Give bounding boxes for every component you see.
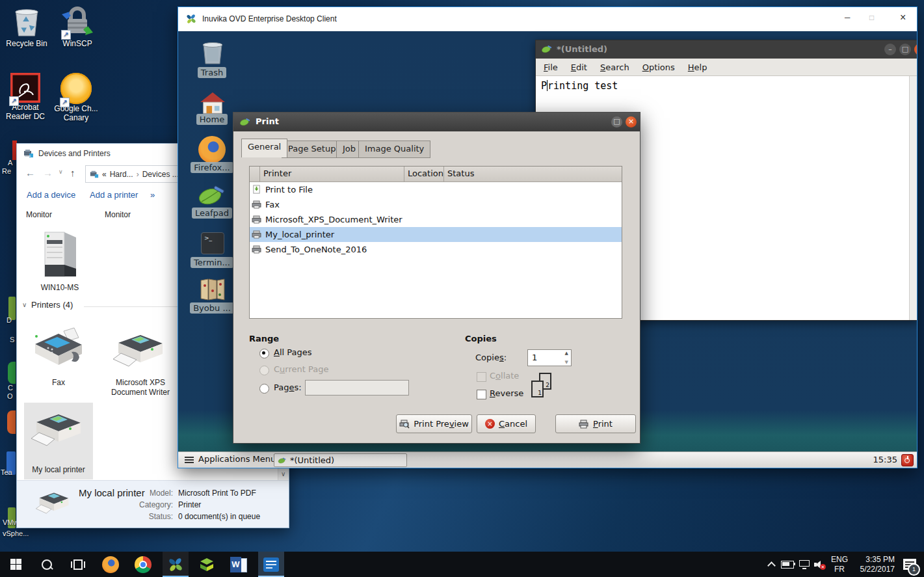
reverse-label[interactable]: Reverse <box>490 388 523 398</box>
taskbar-firefox[interactable] <box>98 552 124 577</box>
tray-battery[interactable] <box>779 552 796 577</box>
trash-icon[interactable] <box>200 40 225 66</box>
computer-tower-icon[interactable] <box>40 228 80 282</box>
forward-button[interactable]: → <box>43 167 53 178</box>
language-top: ENG <box>830 555 849 565</box>
byobu-icon[interactable] <box>200 278 225 301</box>
printer-label[interactable]: Microsoft XPS Document Writer <box>104 378 177 397</box>
section-collapse-chevron[interactable]: ∨ <box>22 301 27 308</box>
menu-edit[interactable]: Edit <box>571 62 587 72</box>
minimize-button[interactable]: – <box>845 11 850 22</box>
speaker-muted-icon: ✕ <box>814 559 826 570</box>
print-dialog-titlebar[interactable]: Print □ × <box>233 113 640 131</box>
applications-menu-button[interactable]: Applications Menu <box>198 454 276 464</box>
pages-label[interactable]: Pages: <box>274 382 302 392</box>
taskbar-ovd-client[interactable] <box>163 552 189 577</box>
task-view-button[interactable] <box>65 552 91 577</box>
add-printer-button[interactable]: Add a printer <box>90 190 138 200</box>
text-scrollbar[interactable] <box>909 76 917 320</box>
minimize-button[interactable]: – <box>884 44 896 55</box>
selected-printer-tile[interactable]: My local printer <box>24 403 93 479</box>
devices-printers-icon <box>90 170 99 179</box>
leafpad-titlebar[interactable]: *(Untitled) – □ × <box>536 40 917 59</box>
device-item-label[interactable]: Monitor <box>26 210 88 220</box>
cancel-button[interactable]: × Cancel <box>477 414 536 433</box>
print-preview-button[interactable]: Print Preview <box>396 414 472 433</box>
terminal-icon[interactable]: >_ <box>201 232 224 254</box>
printer-label[interactable]: Fax <box>26 378 91 388</box>
recent-locations-dropdown[interactable]: ∨ <box>59 168 63 175</box>
menu-help[interactable]: Help <box>688 62 707 72</box>
add-device-button[interactable]: Add a device <box>27 190 75 200</box>
spinner-down-icon[interactable]: ▼ <box>565 360 568 365</box>
tray-network[interactable] <box>796 552 813 577</box>
printer-column-header[interactable]: Printer <box>260 167 404 181</box>
power-button-icon[interactable] <box>901 454 914 466</box>
copies-spinner[interactable]: 1 ▲ ▼ <box>527 349 572 366</box>
tray-language[interactable]: ENG FR <box>830 555 849 574</box>
device-item-label[interactable]: Monitor <box>105 210 166 220</box>
search-button[interactable] <box>34 552 60 577</box>
xps-printer-icon[interactable] <box>112 330 169 373</box>
printer-row[interactable]: Fax <box>250 197 622 212</box>
local-printer-icon <box>30 409 87 452</box>
maximize-button[interactable]: □ <box>899 44 911 55</box>
pages-radio[interactable] <box>259 384 269 394</box>
all-pages-radio[interactable] <box>259 349 269 358</box>
tray-clock[interactable]: 3:35 PM 5/22/2017 <box>852 555 895 574</box>
fax-machine-icon[interactable] <box>31 325 86 374</box>
up-button[interactable]: ↑ <box>70 167 75 178</box>
tray-volume[interactable]: ✕ <box>812 552 828 577</box>
close-button[interactable]: × <box>626 116 637 127</box>
toolbar-overflow-button[interactable]: » <box>150 190 155 200</box>
action-center-button[interactable]: 1 <box>898 552 921 577</box>
close-button[interactable]: × <box>900 12 906 23</box>
taskbar-word[interactable]: W <box>226 552 252 577</box>
tray-expand-button[interactable] <box>762 552 780 577</box>
status-column-header[interactable]: Status <box>444 167 622 181</box>
back-button[interactable]: ← <box>25 167 35 178</box>
menu-search[interactable]: Search <box>600 62 629 72</box>
print-button[interactable]: Print <box>555 414 636 433</box>
start-button[interactable] <box>3 552 29 577</box>
leafpad-icon[interactable] <box>197 181 227 208</box>
printer-row-selected[interactable]: My_local_printer <box>250 227 622 242</box>
computer-label[interactable]: WIN10-MS <box>27 283 92 293</box>
local-printer-icon <box>35 489 73 518</box>
taskbar-chrome[interactable] <box>130 552 156 577</box>
printer-row[interactable]: Print to File <box>250 182 622 197</box>
maximize-button[interactable]: □ <box>611 116 622 127</box>
icon-column-header[interactable] <box>250 167 260 181</box>
tab-page-setup[interactable]: Page Setup <box>282 141 342 158</box>
spinner-up-icon[interactable]: ▲ <box>565 351 568 356</box>
breadcrumb-current[interactable]: Devices ... <box>142 170 179 179</box>
maximize-button[interactable]: □ <box>869 13 874 22</box>
close-button[interactable]: × <box>914 44 917 55</box>
details-status-value: 0 document(s) in queue <box>178 512 260 521</box>
menu-options[interactable]: Options <box>642 62 675 72</box>
vsphere-icon <box>198 556 215 573</box>
desktop-icon-acrobat[interactable]: ↗ Acrobat Reader DC <box>0 73 51 121</box>
taskbar-active-app[interactable] <box>258 552 284 577</box>
location-column-header[interactable]: Location <box>404 167 444 181</box>
ovd-icon-trash[interactable]: Trash <box>178 66 246 78</box>
tab-general[interactable]: General <box>241 139 287 157</box>
printer-row[interactable]: Microsoft_XPS_Document_Writer <box>250 212 622 227</box>
firefox-icon[interactable] <box>198 136 226 163</box>
all-pages-label[interactable]: All Pages <box>274 347 312 357</box>
taskbar-task-untitled[interactable]: *(Untitled) <box>274 453 407 467</box>
taskbar-vsphere[interactable] <box>194 552 220 577</box>
printer-row[interactable]: Send_To_OneNote_2016 <box>250 242 622 257</box>
ovd-taskbar: Applications Menu *(Untitled) 15:35 <box>178 451 917 468</box>
desktop-icon-winscp[interactable]: ↗ WinSCP <box>52 4 103 48</box>
breadcrumb-root[interactable]: Hard... <box>110 170 133 179</box>
reverse-checkbox[interactable] <box>477 390 486 399</box>
scrollbar-down-arrow[interactable]: ∨ <box>281 470 285 477</box>
ovd-titlebar[interactable]: Inuvika OVD Enterprise Desktop Client – … <box>178 7 917 31</box>
pages-input[interactable] <box>305 380 409 396</box>
desktop-icon-recycle-bin[interactable]: Recycle Bin <box>1 4 52 48</box>
menu-file[interactable]: File <box>544 62 558 72</box>
desktop-icon-chrome-canary[interactable]: ↗ Google Ch... Canary <box>51 73 101 122</box>
printers-section-header[interactable]: Printers (4) <box>31 300 73 310</box>
tab-image-quality[interactable]: Image Quality <box>358 141 430 158</box>
